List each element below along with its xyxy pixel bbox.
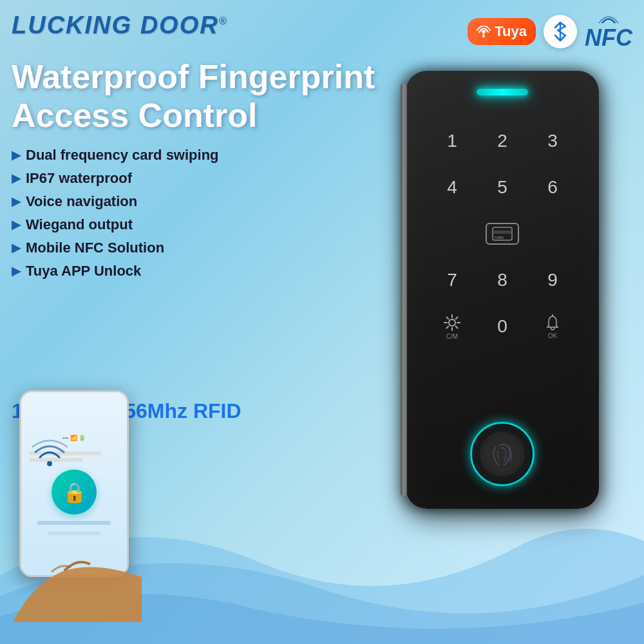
feature-text-4: Wiegand output	[26, 216, 133, 233]
key-bell-ok[interactable]: OK	[532, 308, 573, 345]
title-line1: Waterproof Fingerprint	[12, 58, 375, 97]
title-line2: Access Control	[12, 97, 375, 135]
led-indicator	[477, 89, 528, 95]
svg-rect-3	[493, 231, 512, 234]
phone-lock-icon: 🔒	[52, 469, 97, 515]
bullet-arrow-1: ▶	[12, 148, 21, 162]
feature-item-4: ▶ Wiegand output	[12, 216, 219, 233]
bullet-arrow-3: ▶	[12, 194, 21, 209]
top-badges: Tuya NFC	[468, 12, 632, 52]
key-empty-right	[532, 215, 573, 252]
key-1[interactable]: 1	[431, 122, 473, 160]
bullet-arrow-4: ▶	[12, 218, 21, 232]
svg-point-1	[47, 461, 52, 466]
key-7[interactable]: 7	[431, 261, 473, 299]
key-empty-left	[431, 215, 473, 252]
svg-point-5	[449, 319, 455, 326]
key-9[interactable]: 9	[532, 261, 573, 299]
phone-bottom-row	[37, 521, 111, 525]
fingerprint-inner	[480, 431, 525, 477]
phone-body: ▪▪▪ 📶 🔋 🔒	[19, 390, 129, 577]
feature-text-1: Dual frequency card swiping	[26, 147, 219, 164]
brand-logo: LUCKING DOOR®	[12, 12, 227, 39]
nfc-badge: NFC	[585, 12, 632, 52]
bell-icon	[544, 314, 561, 331]
bullet-arrow-6: ▶	[12, 264, 21, 278]
svg-point-0	[482, 35, 485, 37]
tuya-wifi-icon	[477, 26, 491, 37]
bluetooth-badge	[544, 15, 577, 48]
cm-label: C/M	[446, 333, 458, 340]
main-title: Waterproof Fingerprint Access Control	[12, 58, 375, 135]
phone-screen: ▪▪▪ 📶 🔋 🔒	[21, 392, 127, 575]
brand-name: LUCKING DOOR®	[12, 12, 227, 39]
key-8[interactable]: 8	[482, 261, 523, 299]
phone-hand	[13, 558, 142, 625]
device-body: 1 2 3 4 5 6 CARD	[406, 71, 599, 509]
feature-text-2: IP67 waterproof	[26, 170, 132, 187]
tuya-label: Tuya	[495, 23, 527, 40]
feature-text-5: Mobile NFC Solution	[26, 240, 164, 256]
keypad[interactable]: 1 2 3 4 5 6 CARD	[425, 116, 580, 352]
features-list: ▶ Dual frequency card swiping ▶ IP67 wat…	[12, 147, 219, 286]
ok-label: OK	[548, 332, 557, 339]
device-container: 1 2 3 4 5 6 CARD	[393, 71, 612, 554]
key-5[interactable]: 5	[482, 169, 523, 206]
hand-svg	[13, 558, 142, 622]
bullet-arrow-5: ▶	[12, 241, 21, 255]
feature-item-6: ▶ Tuya APP Unlock	[12, 263, 219, 279]
tuya-badge: Tuya	[468, 18, 536, 45]
key-0[interactable]: 0	[482, 308, 523, 345]
key-3[interactable]: 3	[532, 122, 573, 160]
phone-mockup: ▪▪▪ 📶 🔋 🔒	[19, 352, 148, 625]
wifi-signal-icon	[32, 438, 68, 467]
bullet-arrow-2: ▶	[12, 171, 21, 185]
nfc-wifi-icon	[596, 12, 621, 23]
key-6[interactable]: 6	[532, 169, 573, 206]
key-2[interactable]: 2	[482, 122, 523, 160]
feature-text-3: Voice navigation	[26, 193, 137, 210]
key-card[interactable]: CARD	[482, 215, 523, 252]
card-icon: CARD	[486, 223, 519, 245]
feature-item-2: ▶ IP67 waterproof	[12, 170, 219, 187]
feature-text-6: Tuya APP Unlock	[26, 263, 141, 279]
card-svg: CARD	[492, 227, 513, 241]
fingerprint-sensor[interactable]	[470, 422, 535, 486]
feature-item-5: ▶ Mobile NFC Solution	[12, 240, 219, 256]
wifi-signal-area	[32, 438, 68, 469]
bluetooth-icon	[551, 21, 569, 42]
key-4[interactable]: 4	[431, 169, 473, 206]
gear-icon	[443, 314, 461, 332]
fingerprint-icon	[486, 438, 518, 470]
phone-bottom-row-2	[48, 531, 100, 535]
key-gear-cm[interactable]: C/M	[431, 308, 473, 345]
feature-item-3: ▶ Voice navigation	[12, 193, 219, 210]
nfc-label: NFC	[585, 24, 632, 52]
feature-item-1: ▶ Dual frequency card swiping	[12, 147, 219, 164]
svg-text:CARD: CARD	[495, 236, 504, 240]
